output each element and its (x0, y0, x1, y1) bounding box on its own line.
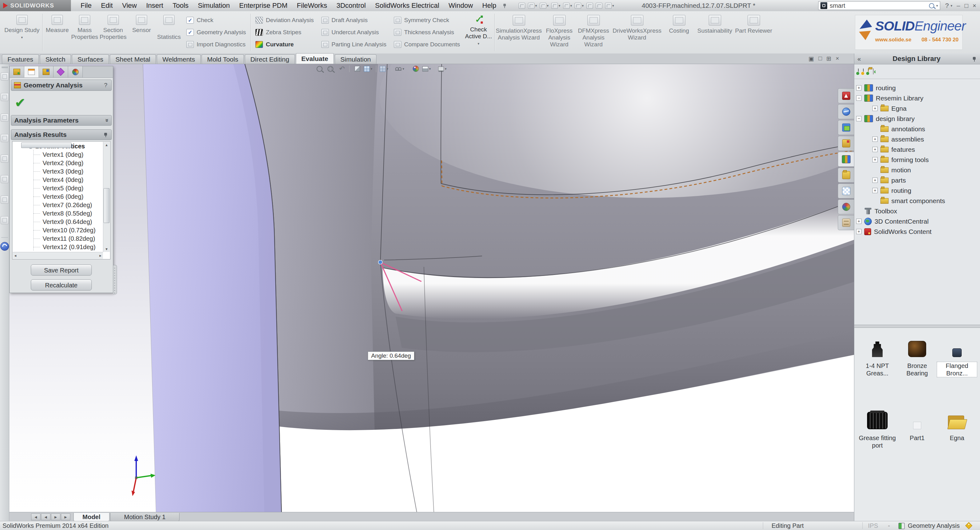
window-close-icon[interactable]: × (972, 2, 976, 10)
tree-item-parts[interactable]: +parts (872, 175, 978, 185)
help-button[interactable]: ? ▾ (945, 2, 952, 10)
tree-item-design-library[interactable]: −design library (856, 113, 978, 124)
tree-item-3d-contentcentral[interactable]: +3D ContentCentral (856, 216, 978, 226)
collapse-panel-icon[interactable]: « (858, 56, 861, 62)
search-scope-icon[interactable] (820, 2, 827, 9)
curvature-button[interactable]: Curvature (255, 40, 313, 49)
select-button[interactable]: ▾ (574, 2, 585, 10)
tool-icon-6[interactable] (1, 175, 9, 183)
refresh-button[interactable] (873, 69, 873, 74)
expander-icon[interactable]: + (872, 147, 878, 152)
parting-line-analysis-button[interactable]: Parting Line Analysis (321, 40, 387, 49)
appearances-scenes-tab[interactable] (838, 199, 854, 214)
tree-item-features[interactable]: +features (872, 144, 978, 154)
first-tab-icon[interactable]: ◄ (31, 514, 40, 520)
dfmxpress-button[interactable]: DFMXpress Analysis Wizard (576, 11, 611, 54)
tool-icon-7[interactable] (1, 196, 9, 204)
doc-close-icon[interactable]: × (836, 55, 839, 62)
compare-documents-button[interactable]: Compare Documents (394, 40, 460, 49)
driveworksxpress-button[interactable]: DriveWorksXpress Wizard (611, 11, 663, 54)
tab-evaluate[interactable]: Evaluate (296, 53, 334, 64)
save-button[interactable]: ▾ (539, 2, 550, 10)
hide-show-items-button[interactable]: ▾ (395, 64, 404, 73)
tab-sketch[interactable]: Sketch (40, 54, 71, 64)
vertex-item[interactable]: Vertex1 (0deg) (13, 151, 103, 159)
file-properties-button[interactable] (595, 2, 603, 10)
print-button[interactable]: ▾ (550, 2, 561, 10)
window-restore-icon[interactable]: □ (964, 2, 968, 10)
expander-icon[interactable]: + (872, 157, 878, 162)
undo-button[interactable]: ▾ (562, 2, 573, 10)
search-icon[interactable] (929, 3, 934, 8)
configurationmanager-tab[interactable] (39, 66, 54, 78)
add-to-library-button[interactable] (858, 69, 859, 74)
tool-icon-2[interactable] (1, 93, 9, 101)
vertex-item[interactable]: Vertex11 (0.82deg) (13, 234, 103, 243)
view-palette-tab[interactable] (838, 136, 854, 151)
floxpress-button[interactable]: FloXpress Analysis Wizard (542, 11, 576, 54)
doc-tile-icon[interactable]: ⊞ (826, 55, 831, 62)
tool-icon-3[interactable] (1, 113, 9, 122)
library-item-egna-folder[interactable]: Egna (937, 409, 977, 481)
tab-motion-study[interactable]: Motion Study 1 (110, 513, 180, 522)
tool-icon-8[interactable] (1, 216, 9, 224)
check-button[interactable]: ✓ Check (186, 16, 246, 25)
menu-solidworks-electrical[interactable]: SolidWorks Electrical (371, 0, 444, 11)
zebra-stripes-button[interactable]: Zebra Stripes (255, 28, 313, 37)
expander-icon[interactable]: + (872, 137, 878, 142)
recalculate-button[interactable]: Recalculate (31, 279, 92, 291)
tab-model[interactable]: Model (73, 513, 110, 522)
deviation-analysis-button[interactable]: Deviation Analysis (255, 16, 313, 25)
graphics-viewport[interactable]: ⊞ 4003-FFP,machined,12.7.07... ↶ ▾ ▾ ▾ ▾ (10, 64, 854, 512)
view-orientation-button[interactable]: ▾ (363, 64, 373, 73)
library-item-npt-grease[interactable]: 1-4 NPT Greas... (858, 337, 897, 409)
tree-item-annotations[interactable]: annotations (872, 124, 978, 134)
display-style-button[interactable]: ▾ (379, 64, 388, 73)
scroll-right-icon[interactable]: ▸ (99, 253, 102, 258)
design-study-button[interactable]: Design Study ▾ (3, 11, 41, 54)
expander-icon[interactable]: − (856, 116, 861, 121)
import-diagnostics-button[interactable]: Import Diagnostics (186, 40, 246, 49)
next-tab-icon[interactable]: ► (51, 514, 60, 520)
vertex-item[interactable]: Vertex12 (0.91deg) (13, 243, 103, 251)
design-library-tab[interactable] (838, 152, 854, 167)
options-button[interactable]: ▾ (604, 2, 615, 10)
custom-properties-tab[interactable] (838, 183, 854, 199)
tree-item-resemin-library[interactable]: −Resemin Library (856, 93, 978, 103)
units-caret-icon[interactable]: - (888, 522, 890, 529)
vertex-item[interactable]: Vertex5 (0deg) (13, 184, 103, 193)
featuremanager-tab[interactable] (10, 66, 24, 78)
vertex-item[interactable]: Vertex7 (0.26deg) (13, 201, 103, 209)
tree-item-solidworks-content[interactable]: +SolidWorks Content (856, 226, 978, 237)
propertymanager-tab[interactable] (24, 66, 39, 78)
library-item-grease-fitting-port[interactable]: Grease fitting port (858, 409, 897, 481)
scroll-left-icon[interactable]: ◂ (14, 253, 16, 258)
panel-resize-grip[interactable] (113, 265, 117, 294)
displaymanager-tab[interactable] (68, 66, 83, 78)
vertex-item[interactable]: Vertex2 (0deg) (13, 159, 103, 167)
zoom-to-fit-button[interactable] (315, 64, 324, 73)
edit-appearance-button[interactable] (411, 64, 420, 73)
check-active-document-button[interactable]: ✓ Check Active D... ▾ (464, 11, 493, 54)
apply-scene-button[interactable]: ▾ (422, 64, 431, 73)
scroll-up-icon[interactable]: ▴ (105, 142, 108, 147)
section-view-button[interactable] (353, 64, 362, 73)
menu-window[interactable]: Window (444, 0, 477, 11)
expander-icon[interactable]: + (872, 188, 878, 193)
doc-minimize-icon[interactable]: □ (818, 55, 822, 62)
search-caret-icon[interactable]: ▾ (936, 4, 938, 8)
sensor-button[interactable]: Sensor (128, 11, 155, 54)
sustainability-button[interactable]: Sustainability (695, 11, 735, 54)
menu-fileworks[interactable]: FileWorks (292, 0, 332, 11)
add-file-location-button[interactable] (863, 69, 864, 74)
expander-icon[interactable]: − (856, 95, 861, 101)
expander-icon[interactable]: + (856, 219, 861, 224)
menu-view[interactable]: View (117, 0, 141, 11)
expander-icon[interactable]: + (856, 85, 861, 91)
costing-button[interactable]: Costing (663, 11, 695, 54)
horizontal-scroll-thumb[interactable] (21, 142, 72, 148)
expander-icon[interactable]: + (856, 229, 861, 234)
analysis-results-header[interactable]: Analysis Results (11, 129, 112, 140)
tab-mold-tools[interactable]: Mold Tools (202, 54, 244, 64)
part-reviewer-button[interactable]: Part Reviewer (735, 11, 773, 54)
